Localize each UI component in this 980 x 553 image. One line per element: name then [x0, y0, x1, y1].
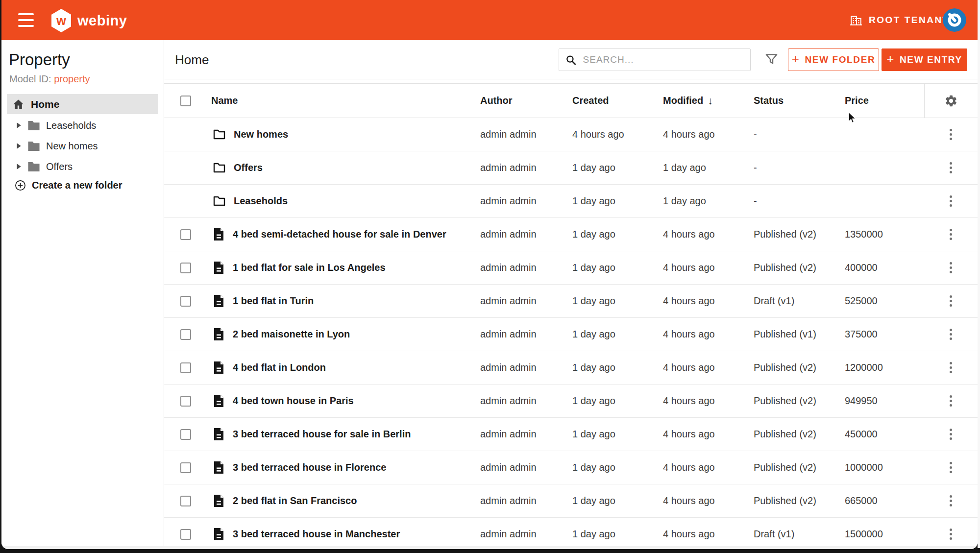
row-kebab-menu-icon[interactable]	[947, 492, 955, 509]
settings-gear-icon[interactable]	[944, 94, 958, 108]
sort-desc-arrow-icon: ↓	[708, 95, 713, 107]
row-kebab-menu-icon[interactable]	[947, 126, 955, 143]
table-row[interactable]: 4 bed flat in Londonadmin admin1 day ago…	[164, 351, 978, 385]
table-row[interactable]: 3 bed terraced house for sale in Berlina…	[164, 418, 978, 451]
user-avatar[interactable]	[943, 8, 966, 32]
cell-price: 1350000	[845, 229, 924, 240]
entry-name-cell[interactable]: 3 bed terraced house in Manchester	[211, 528, 480, 541]
entry-name-cell[interactable]: 3 bed terraced house in Florence	[211, 461, 480, 474]
document-icon	[213, 394, 224, 408]
row-checkbox[interactable]	[180, 362, 191, 373]
entry-name-cell[interactable]: 2 bed flat in San Francisco	[211, 494, 480, 507]
table-row[interactable]: 4 bed semi-detached house for sale in De…	[164, 218, 978, 251]
row-checkbox[interactable]	[180, 396, 191, 407]
model-id-link[interactable]: property	[54, 73, 90, 84]
entry-name-cell[interactable]: 4 bed flat in London	[211, 361, 480, 374]
entry-name-cell[interactable]: 4 bed semi-detached house for sale in De…	[211, 228, 480, 241]
row-kebab-menu-icon[interactable]	[947, 526, 955, 543]
top-app-bar: w webiny ROOT TENANT	[1, 0, 978, 40]
model-sidebar: Property Model ID: property Home Leaseho…	[1, 40, 164, 549]
entry-name: 3 bed terraced house in Florence	[233, 462, 386, 473]
entry-name-cell[interactable]: 3 bed terraced house for sale in Berlin	[211, 428, 480, 441]
column-header-price[interactable]: Price	[845, 95, 924, 106]
row-checkbox[interactable]	[180, 462, 191, 473]
row-checkbox[interactable]	[180, 329, 191, 340]
sidebar-folder-leaseholds[interactable]: Leaseholds	[1, 115, 164, 136]
entry-name: 4 bed town house in Paris	[233, 395, 354, 407]
search-input[interactable]	[583, 54, 744, 65]
filter-icon[interactable]	[765, 53, 778, 67]
new-entry-button[interactable]: + NEW ENTRY	[882, 48, 967, 71]
cell-modified: 4 hours ago	[663, 362, 754, 373]
row-checkbox[interactable]	[180, 429, 191, 440]
search-box	[559, 48, 751, 71]
row-checkbox[interactable]	[180, 496, 191, 506]
sidebar-folder-label: New homes	[46, 141, 98, 152]
cell-author: admin admin	[480, 495, 572, 506]
new-folder-button[interactable]: + NEW FOLDER	[788, 48, 879, 71]
document-icon	[213, 328, 224, 341]
cell-status: Published (v2)	[754, 495, 845, 506]
row-kebab-menu-icon[interactable]	[947, 459, 955, 476]
tenant-selector[interactable]: ROOT TENANT	[850, 0, 950, 40]
table-row[interactable]: Offersadmin admin1 day ago1 day ago-	[164, 151, 978, 185]
table-row[interactable]: 3 bed terraced house in Florenceadmin ad…	[164, 451, 978, 484]
building-icon	[850, 14, 862, 26]
row-checkbox[interactable]	[180, 263, 191, 273]
table-row[interactable]: 4 bed town house in Parisadmin admin1 da…	[164, 385, 978, 418]
table-row[interactable]: 1 bed flat for sale in Los Angelesadmin …	[164, 251, 978, 285]
entry-name-cell[interactable]: 2 bed maisonette in Lyon	[211, 328, 480, 341]
entry-name-cell[interactable]: Offers	[211, 162, 480, 173]
create-folder-button[interactable]: Create a new folder	[15, 180, 122, 191]
row-kebab-menu-icon[interactable]	[947, 192, 955, 210]
document-icon	[213, 528, 224, 541]
table-row[interactable]: 1 bed flat in Turinadmin admin1 day ago4…	[164, 285, 978, 318]
cell-price: 1500000	[845, 529, 924, 540]
row-kebab-menu-icon[interactable]	[947, 426, 955, 443]
select-all-checkbox[interactable]	[180, 96, 191, 106]
row-kebab-menu-icon[interactable]	[947, 326, 955, 343]
column-header-status[interactable]: Status	[754, 95, 845, 106]
webiny-logo[interactable]: w webiny	[50, 8, 127, 33]
hamburger-menu-icon[interactable]	[18, 13, 34, 27]
sidebar-item-home[interactable]: Home	[7, 94, 158, 114]
table-row[interactable]: 3 bed terraced house in Manchesteradmin …	[164, 518, 978, 549]
entry-name-cell[interactable]: 1 bed flat for sale in Los Angeles	[211, 261, 480, 274]
row-kebab-menu-icon[interactable]	[947, 292, 955, 310]
row-checkbox[interactable]	[180, 296, 191, 307]
row-kebab-menu-icon[interactable]	[947, 259, 955, 276]
model-id: Model ID: property	[9, 73, 90, 85]
cell-author: admin admin	[480, 162, 572, 173]
table-row[interactable]: New homesadmin admin4 hours ago4 hours a…	[164, 118, 978, 151]
document-icon	[213, 361, 224, 374]
sidebar-home-label: Home	[31, 98, 59, 110]
entry-name-cell[interactable]: 1 bed flat in Turin	[211, 294, 480, 308]
sidebar-folder-label: Offers	[46, 161, 73, 172]
table-row[interactable]: 2 bed flat in San Franciscoadmin admin1 …	[164, 484, 978, 518]
entry-name-cell[interactable]: Leaseholds	[211, 195, 480, 207]
column-header-created[interactable]: Created	[572, 95, 663, 106]
row-kebab-menu-icon[interactable]	[947, 159, 955, 176]
entry-name-cell[interactable]: New homes	[211, 129, 480, 140]
cell-status: Published (v2)	[754, 262, 845, 273]
cell-modified: 1 day ago	[663, 195, 754, 207]
sidebar-folder-offers[interactable]: Offers	[1, 156, 164, 177]
document-icon	[213, 228, 224, 241]
column-header-name[interactable]: Name	[211, 95, 480, 106]
row-kebab-menu-icon[interactable]	[947, 226, 955, 243]
document-icon	[213, 494, 224, 507]
row-kebab-menu-icon[interactable]	[947, 392, 955, 409]
table-header-row: Name Author Created Modified ↓ Status Pr…	[164, 84, 978, 118]
cell-price: 1200000	[845, 362, 924, 373]
cell-modified: 4 hours ago	[663, 462, 754, 473]
row-checkbox[interactable]	[180, 229, 191, 240]
column-header-author[interactable]: Author	[480, 95, 572, 106]
table-row[interactable]: Leaseholdsadmin admin1 day ago1 day ago-	[164, 185, 978, 218]
row-kebab-menu-icon[interactable]	[947, 359, 955, 376]
cell-created: 1 day ago	[572, 429, 663, 440]
sidebar-folder-new-homes[interactable]: New homes	[1, 136, 164, 156]
entry-name-cell[interactable]: 4 bed town house in Paris	[211, 394, 480, 408]
table-row[interactable]: 2 bed maisonette in Lyonadmin admin1 day…	[164, 318, 978, 351]
row-checkbox[interactable]	[180, 529, 191, 540]
column-header-modified[interactable]: Modified ↓	[663, 95, 754, 107]
